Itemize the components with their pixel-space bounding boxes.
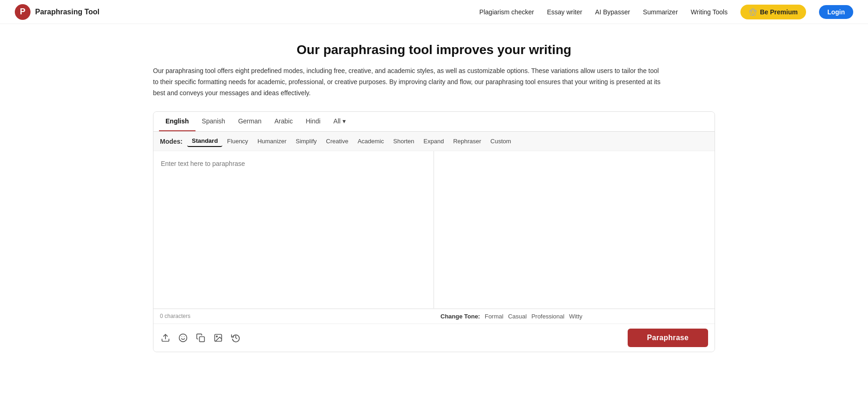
emoji-button[interactable] xyxy=(177,332,189,343)
mode-academic[interactable]: Academic xyxy=(353,136,389,147)
input-textarea[interactable] xyxy=(161,159,426,301)
svg-point-7 xyxy=(179,334,187,342)
main-nav: Plagiarism checker Essay writer AI Bypas… xyxy=(479,5,853,19)
toolbar-icons xyxy=(160,332,241,343)
diamond-icon xyxy=(749,8,757,16)
bottom-info-bar: 0 characters Change Tone: Formal Casual … xyxy=(153,308,715,324)
tone-formal[interactable]: Formal xyxy=(485,313,503,320)
copy-icon xyxy=(196,333,205,342)
mode-fluency[interactable]: Fluency xyxy=(222,136,253,147)
nav-essay-writer[interactable]: Essay writer xyxy=(547,8,582,16)
history-button[interactable] xyxy=(230,332,241,343)
mode-shorten[interactable]: Shorten xyxy=(389,136,419,147)
nav-plagiarism-checker[interactable]: Plagiarism checker xyxy=(479,8,534,16)
mode-creative[interactable]: Creative xyxy=(321,136,353,147)
tone-witty[interactable]: Witty xyxy=(569,313,582,320)
tone-casual[interactable]: Casual xyxy=(508,313,526,320)
mode-simplify[interactable]: Simplify xyxy=(291,136,322,147)
nav-ai-bypasser[interactable]: AI Bypasser xyxy=(595,8,630,16)
main-content: Our paraphrasing tool improves your writ… xyxy=(138,24,730,361)
paraphrase-button[interactable]: Paraphrase xyxy=(628,329,708,347)
input-pane xyxy=(153,151,434,308)
change-tone-label: Change Tone: xyxy=(440,313,480,320)
tone-professional[interactable]: Professional xyxy=(532,313,565,320)
change-tone-area: Change Tone: Formal Casual Professional … xyxy=(434,309,715,324)
logo-icon: P xyxy=(15,4,31,20)
lang-tab-arabic[interactable]: Arabic xyxy=(268,112,300,131)
tool-container: English Spanish German Arabic Hindi All … xyxy=(153,111,715,352)
svg-rect-10 xyxy=(200,337,205,342)
language-tabs: English Spanish German Arabic Hindi All … xyxy=(153,112,715,132)
mode-expand[interactable]: Expand xyxy=(419,136,448,147)
lang-tab-german[interactable]: German xyxy=(232,112,268,131)
lang-tab-spanish[interactable]: Spanish xyxy=(196,112,232,131)
logo-area: P Paraphrasing Tool xyxy=(15,4,99,20)
modes-label: Modes: xyxy=(160,138,183,145)
image-icon xyxy=(214,333,223,342)
lang-tab-all[interactable]: All ▾ xyxy=(327,112,352,131)
image-button[interactable] xyxy=(213,332,224,343)
lang-tab-hindi[interactable]: Hindi xyxy=(299,112,327,131)
char-count: 0 characters xyxy=(153,309,434,324)
login-button[interactable]: Login xyxy=(819,5,853,19)
editor-area xyxy=(153,151,715,308)
emoji-icon xyxy=(178,333,188,342)
toolbar: Paraphrase xyxy=(153,324,715,352)
mode-humanizer[interactable]: Humanizer xyxy=(253,136,291,147)
upload-button[interactable] xyxy=(160,332,171,343)
lang-tab-english[interactable]: English xyxy=(159,112,196,131)
upload-icon xyxy=(161,333,170,342)
premium-label: Be Premium xyxy=(760,8,798,16)
mode-standard[interactable]: Standard xyxy=(187,135,222,147)
copy-button[interactable] xyxy=(195,332,206,343)
history-icon xyxy=(231,333,240,342)
premium-button[interactable]: Be Premium xyxy=(740,5,806,19)
page-description: Our paraphrasing tool offers eight prede… xyxy=(153,66,661,98)
svg-point-12 xyxy=(216,336,218,337)
svg-marker-0 xyxy=(750,8,757,15)
page-title: Our paraphrasing tool improves your writ… xyxy=(153,43,715,57)
logo-text: Paraphrasing Tool xyxy=(35,8,99,16)
nav-writing-tools[interactable]: Writing Tools xyxy=(691,8,728,16)
nav-summarizer[interactable]: Summarizer xyxy=(643,8,678,16)
header: P Paraphrasing Tool Plagiarism checker E… xyxy=(0,0,868,24)
output-pane xyxy=(434,151,715,308)
mode-custom[interactable]: Custom xyxy=(486,136,516,147)
modes-row: Modes: Standard Fluency Humanizer Simpli… xyxy=(153,132,715,151)
mode-rephraser[interactable]: Rephraser xyxy=(448,136,486,147)
